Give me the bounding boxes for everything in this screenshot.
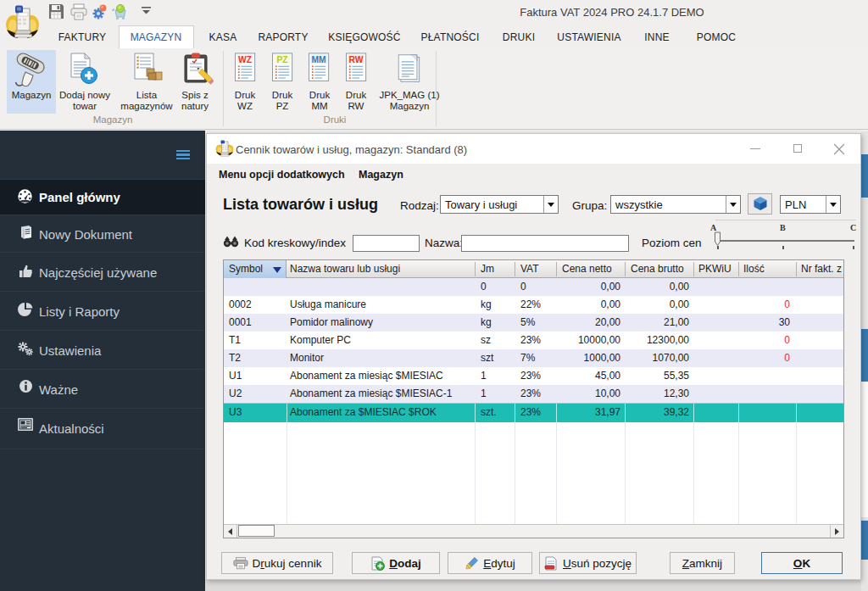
svg-text:RW: RW bbox=[349, 55, 364, 64]
svg-text:PZ: PZ bbox=[277, 55, 288, 64]
svg-text:MM: MM bbox=[312, 55, 326, 64]
svg-text:WZ: WZ bbox=[238, 55, 252, 64]
